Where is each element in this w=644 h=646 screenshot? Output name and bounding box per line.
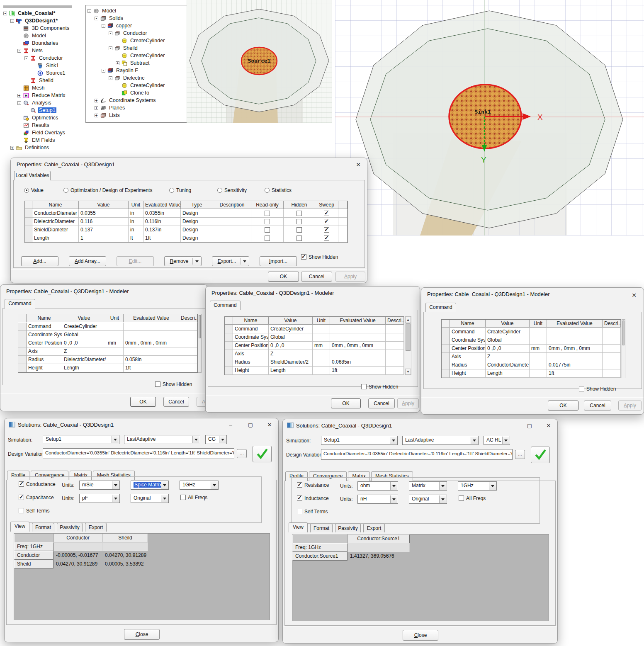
variable-unit[interactable]: ft bbox=[129, 234, 143, 243]
dropdown-arrow-icon[interactable] bbox=[112, 495, 119, 502]
collapse-icon[interactable]: - bbox=[109, 32, 112, 35]
expand-icon[interactable]: + bbox=[95, 99, 98, 102]
dropdown-arrow-icon[interactable] bbox=[390, 437, 397, 444]
row-handle[interactable] bbox=[442, 361, 450, 369]
collapse-icon[interactable]: - bbox=[87, 9, 91, 13]
row-handle[interactable] bbox=[25, 234, 32, 243]
tree-item[interactable]: -Rayolin F bbox=[87, 67, 189, 74]
tree-item-label[interactable]: CreateCylinder bbox=[129, 83, 165, 88]
properties-variables-dialog[interactable]: Properties: Cable_Coaxial - Q3DDesign1 ✕… bbox=[10, 158, 367, 283]
hidden-checkbox[interactable] bbox=[296, 236, 302, 241]
variable-value[interactable]: 0.116 bbox=[79, 218, 129, 226]
inductance-checkbox[interactable] bbox=[297, 495, 302, 501]
tree-item-label[interactable]: Sheild bbox=[122, 45, 139, 51]
tree-item[interactable]: -Sheild bbox=[87, 44, 189, 52]
close-button[interactable]: Close bbox=[124, 629, 160, 640]
tree-item-label[interactable]: CloneTo bbox=[129, 90, 150, 96]
row-handle[interactable] bbox=[225, 333, 233, 342]
property-value[interactable]: CreateCylinder bbox=[62, 323, 106, 331]
hidden-checkbox[interactable] bbox=[284, 226, 315, 234]
solution-type-dropdown[interactable]: AC RL bbox=[484, 436, 510, 445]
maximize-icon[interactable]: ▢ bbox=[524, 422, 535, 430]
property-value[interactable]: 0 ,0 ,0 bbox=[486, 345, 530, 353]
cancel-button[interactable]: Cancel bbox=[584, 401, 611, 410]
row-handle[interactable] bbox=[225, 350, 233, 358]
collapse-icon[interactable]: - bbox=[10, 19, 14, 23]
close-icon[interactable]: ✕ bbox=[355, 161, 362, 168]
property-value[interactable]: Z bbox=[62, 347, 106, 356]
tab-command[interactable]: Command bbox=[210, 301, 241, 310]
dropdown-arrow-icon[interactable] bbox=[439, 495, 446, 503]
tree-item-label[interactable]: Coordinate Systems bbox=[108, 97, 157, 103]
tree-item-label[interactable]: Conductor bbox=[38, 55, 64, 61]
scrollbar-thumb[interactable] bbox=[406, 323, 411, 351]
tree-item-label[interactable]: Model bbox=[101, 8, 117, 14]
row-handle[interactable] bbox=[18, 323, 27, 331]
tree-item-label[interactable]: Lists bbox=[108, 112, 121, 118]
radio-circle[interactable] bbox=[63, 188, 68, 193]
capacitance-checkbox[interactable] bbox=[19, 495, 24, 500]
variable-unit[interactable]: in bbox=[129, 218, 143, 226]
tree-item[interactable]: +Subtract bbox=[87, 59, 189, 67]
sweep-checkbox[interactable] bbox=[324, 219, 329, 224]
subtab-export[interactable]: Export bbox=[85, 523, 107, 532]
row-handle[interactable] bbox=[442, 369, 450, 378]
readonly-checkbox[interactable] bbox=[251, 226, 284, 234]
tree-item[interactable]: Mesh bbox=[2, 84, 79, 92]
tree-item[interactable]: EM Fields bbox=[2, 136, 79, 144]
radio-optimization-design-of-experiments[interactable]: Optimization / Design of Experiments bbox=[63, 187, 152, 193]
all-freqs-checkbox[interactable] bbox=[459, 495, 464, 501]
variable-description[interactable] bbox=[213, 234, 251, 243]
dropdown-arrow-icon[interactable] bbox=[390, 482, 397, 490]
frequency-dropdown[interactable]: 1GHz bbox=[180, 481, 219, 490]
original-format-dropdown[interactable]: Original bbox=[409, 495, 447, 504]
cancel-button[interactable]: Cancel bbox=[368, 398, 395, 408]
tree-item[interactable]: Boundaries bbox=[2, 39, 79, 47]
variable-value[interactable]: 1 bbox=[79, 234, 129, 243]
property-value[interactable]: Length bbox=[486, 369, 530, 378]
tree-item-label[interactable]: Optimetrics bbox=[31, 115, 59, 121]
row-handle[interactable] bbox=[18, 364, 27, 372]
tree-item[interactable]: CreateCylinder bbox=[87, 37, 189, 44]
readonly-checkbox[interactable] bbox=[265, 211, 270, 216]
dropdown-arrow-icon[interactable] bbox=[502, 437, 509, 444]
row-handle[interactable] bbox=[225, 358, 233, 367]
apply-button[interactable]: Apply bbox=[618, 401, 642, 410]
model-tree[interactable]: -Model-Solids-copper-ConductorCreateCyli… bbox=[85, 5, 190, 123]
row-handle[interactable] bbox=[225, 325, 233, 333]
tree-item[interactable]: +HReduce Matrix bbox=[2, 92, 79, 99]
tree-item[interactable]: -Cable_Coaxial* bbox=[2, 10, 79, 17]
collapse-icon[interactable]: - bbox=[24, 56, 28, 60]
tree-item[interactable]: CreateCylinder bbox=[87, 52, 189, 59]
matrix-format-dropdown[interactable]: Spice Matrix bbox=[131, 481, 169, 490]
property-value[interactable]: Length bbox=[269, 367, 313, 375]
readonly-checkbox[interactable] bbox=[265, 219, 270, 224]
property-value[interactable]: ShieldDiameter/2 bbox=[269, 358, 313, 367]
frequency-dropdown[interactable]: 1GHz bbox=[458, 481, 497, 491]
sweep-checkbox[interactable] bbox=[324, 227, 329, 233]
import-button[interactable]: Import... bbox=[260, 256, 297, 266]
sweep-checkbox[interactable] bbox=[315, 209, 338, 218]
modeler-dialog-2[interactable]: Properties: Cable_Coaxial - Q3DDesign1 -… bbox=[205, 286, 420, 413]
readonly-checkbox[interactable] bbox=[265, 227, 270, 233]
radio-value[interactable]: Value bbox=[24, 187, 44, 193]
radio-statistics[interactable]: Statistics bbox=[265, 187, 292, 193]
tree-item[interactable]: -Q3DDesign1* bbox=[2, 17, 79, 24]
radio-circle[interactable] bbox=[169, 188, 174, 193]
row-handle[interactable] bbox=[225, 342, 233, 350]
command-table[interactable]: NameValueUnitEvaluated ValueDescri...Com… bbox=[441, 319, 621, 378]
show-hidden-checkbox[interactable] bbox=[579, 386, 584, 391]
tree-item-label[interactable]: Planes bbox=[108, 105, 126, 111]
tree-item[interactable]: +Coordinate Systems bbox=[87, 97, 189, 104]
units1-dropdown[interactable]: ohm bbox=[357, 481, 398, 491]
sweep-checkbox[interactable] bbox=[324, 211, 329, 216]
dropdown-arrow-icon[interactable] bbox=[219, 436, 226, 443]
add-button[interactable]: Add... bbox=[21, 256, 58, 266]
radio-sensitivity[interactable]: Sensitivity bbox=[217, 187, 247, 193]
tree-item-label[interactable]: Results bbox=[31, 122, 50, 128]
dropdown-arrow-icon[interactable] bbox=[195, 260, 199, 262]
maximize-icon[interactable]: ▢ bbox=[245, 421, 256, 429]
export-button[interactable]: Export... bbox=[212, 256, 249, 266]
collapse-icon[interactable]: - bbox=[95, 17, 98, 20]
dialog-title[interactable]: Properties: Cable_Coaxial - Q3DDesign1 bbox=[17, 161, 115, 168]
